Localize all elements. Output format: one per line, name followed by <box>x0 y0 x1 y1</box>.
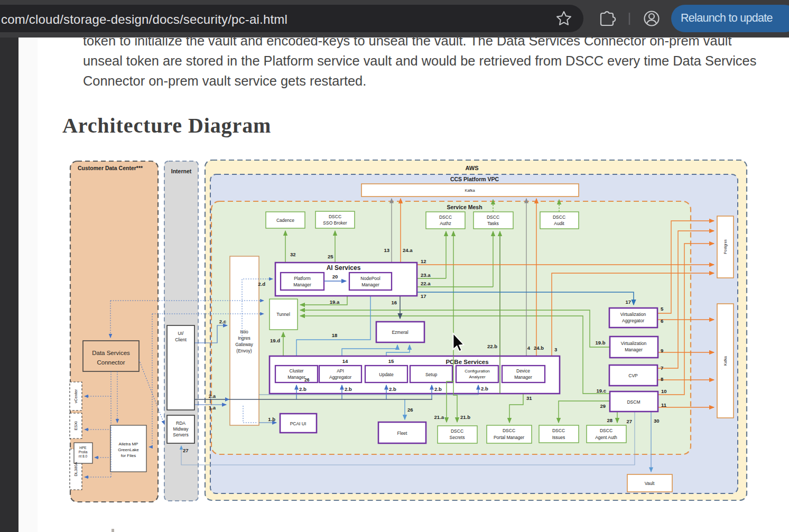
svg-text:PCAI UI: PCAI UI <box>290 421 307 426</box>
svg-text:HPE: HPE <box>79 446 87 450</box>
svg-text:Virtualization: Virtualization <box>620 312 646 317</box>
svg-text:DSCC: DSCC <box>600 428 612 433</box>
svg-text:15: 15 <box>388 358 394 364</box>
svg-text:8: 8 <box>661 376 663 382</box>
svg-text:7: 7 <box>661 365 663 371</box>
svg-text:DSCC: DSCC <box>439 214 452 220</box>
svg-text:3: 3 <box>554 347 557 352</box>
svg-text:17: 17 <box>421 293 426 299</box>
svg-text:CCS Platform VPC: CCS Platform VPC <box>450 176 499 182</box>
svg-text:17: 17 <box>625 299 631 305</box>
svg-text:22.b: 22.b <box>487 343 497 349</box>
svg-text:Secrets: Secrets <box>450 435 465 440</box>
svg-text:Connector: Connector <box>97 359 125 366</box>
svg-text:Data Services: Data Services <box>92 350 130 356</box>
svg-text:2.c: 2.c <box>219 319 226 324</box>
svg-text:DSCC: DSCC <box>329 214 341 219</box>
svg-text:nt 8.0: nt 8.0 <box>79 454 88 458</box>
svg-text:GreenLake: GreenLake <box>118 447 139 452</box>
svg-text:13: 13 <box>384 247 389 253</box>
svg-text:Manager: Manager <box>293 282 311 287</box>
svg-text:Manager: Manager <box>625 347 643 352</box>
svg-text:Ingres: Ingres <box>238 335 250 341</box>
svg-text:vCenter: vCenter <box>73 389 78 403</box>
svg-text:Gateway: Gateway <box>235 342 253 347</box>
svg-text:22.a: 22.a <box>421 281 431 286</box>
svg-text:6: 6 <box>661 318 663 324</box>
svg-text:Client: Client <box>175 337 187 342</box>
svg-text:Fleet: Fleet <box>397 431 408 436</box>
svg-text:1.b: 1.b <box>268 416 275 422</box>
svg-text:2.b: 2.b <box>434 386 442 392</box>
svg-text:Audit: Audit <box>554 221 564 226</box>
svg-text:28: 28 <box>607 417 612 423</box>
svg-text:Alletra MP: Alletra MP <box>119 442 138 446</box>
svg-text:Service Mesh: Service Mesh <box>447 204 482 210</box>
svg-text:14: 14 <box>342 358 348 364</box>
svg-text:AWS: AWS <box>465 165 478 171</box>
svg-text:27: 27 <box>626 418 632 424</box>
svg-text:API: API <box>337 368 344 374</box>
svg-text:RDA: RDA <box>176 421 185 426</box>
svg-text:24.b: 24.b <box>534 345 544 351</box>
svg-text:19.c: 19.c <box>597 388 607 394</box>
svg-text:(Envoy): (Envoy) <box>236 348 252 353</box>
svg-text:Aggregator: Aggregator <box>622 318 644 323</box>
svg-text:Analyzer: Analyzer <box>469 375 485 379</box>
svg-text:32: 32 <box>290 251 296 257</box>
svg-text:Manager: Manager <box>287 375 305 380</box>
svg-text:1.a: 1.a <box>209 405 216 410</box>
svg-text:2.a: 2.a <box>209 393 216 399</box>
svg-text:Servers: Servers <box>173 432 188 437</box>
svg-text:DSCC: DSCC <box>487 214 499 220</box>
svg-text:Update: Update <box>379 372 394 377</box>
svg-text:26: 26 <box>304 377 310 382</box>
svg-text:19.b: 19.b <box>595 340 605 346</box>
svg-text:Manager: Manager <box>514 375 532 380</box>
svg-text:Aggregator: Aggregator <box>329 375 351 380</box>
svg-text:21.b: 21.b <box>460 414 470 420</box>
svg-text:CVP: CVP <box>628 373 638 378</box>
svg-text:DSCC: DSCC <box>552 428 565 433</box>
svg-text:Manager: Manager <box>361 282 379 287</box>
svg-text:DSCC: DSCC <box>553 214 565 220</box>
svg-text:Kafka: Kafka <box>723 356 727 366</box>
svg-text:16: 16 <box>391 300 397 305</box>
svg-text:Authz: Authz <box>440 221 451 226</box>
svg-text:20: 20 <box>332 274 338 279</box>
svg-text:Internet: Internet <box>171 168 192 174</box>
svg-text:DSCC: DSCC <box>503 428 515 433</box>
svg-text:2.d: 2.d <box>258 281 265 287</box>
svg-text:Ezmeral: Ezmeral <box>392 330 408 335</box>
svg-text:5: 5 <box>661 306 664 312</box>
svg-text:Postgres: Postgres <box>723 239 728 254</box>
svg-text:PCBe Services: PCBe Services <box>445 359 488 365</box>
svg-text:Portal Manager: Portal Manager <box>494 435 524 440</box>
svg-text:25: 25 <box>328 254 333 259</box>
svg-text:Vault: Vault <box>645 481 655 486</box>
svg-text:Kafka: Kafka <box>465 188 475 193</box>
svg-text:Tunnel: Tunnel <box>276 312 290 317</box>
svg-text:Platform: Platform <box>294 276 311 281</box>
svg-text:19.a: 19.a <box>330 299 340 305</box>
svg-text:Setup: Setup <box>425 372 437 377</box>
svg-text:Device: Device <box>516 368 530 374</box>
svg-text:9: 9 <box>661 348 663 353</box>
svg-text:Configuration: Configuration <box>465 369 490 374</box>
svg-text:Tasks: Tasks <box>487 221 499 226</box>
svg-text:Issues: Issues <box>552 435 565 440</box>
svg-text:10: 10 <box>661 388 667 394</box>
svg-text:12: 12 <box>421 258 426 264</box>
svg-text:UI/: UI/ <box>178 331 184 336</box>
svg-text:SSO Broker: SSO Broker <box>323 220 347 226</box>
svg-text:DL380A: DL380A <box>73 462 78 476</box>
svg-text:Prolia: Prolia <box>79 450 88 454</box>
svg-text:AI Services: AI Services <box>327 264 361 272</box>
svg-text:DSCC: DSCC <box>451 428 463 434</box>
svg-text:2.b: 2.b <box>345 386 352 392</box>
svg-text:18: 18 <box>332 332 338 338</box>
svg-text:Istio: Istio <box>240 329 248 334</box>
svg-text:DSCM: DSCM <box>627 399 640 405</box>
svg-text:for Files: for Files <box>121 453 136 458</box>
svg-text:Midway: Midway <box>173 426 189 432</box>
